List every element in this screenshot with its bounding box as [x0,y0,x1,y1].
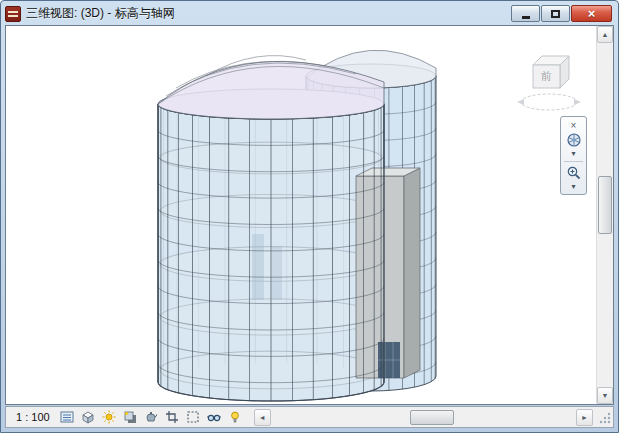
navbar-divider [564,161,583,162]
reveal-hidden-elements-button[interactable] [226,408,244,426]
scroll-right-button[interactable]: ► [576,409,593,426]
reveal-hidden-elements-icon [228,410,242,424]
temporary-hide-isolate-icon [207,410,221,424]
minimize-icon [522,16,530,19]
vertical-scrollbar[interactable]: ▲ ▼ [596,26,613,404]
maximize-icon [551,10,560,18]
crop-view-icon [165,410,179,424]
visual-style-button[interactable] [79,408,97,426]
wheel-options-dropdown[interactable]: ▾ [562,149,585,158]
crop-view-button[interactable] [163,408,181,426]
drawing-area[interactable]: 前 × ▾ [5,25,614,405]
show-rendering-dialog-button[interactable] [142,408,160,426]
show-crop-region-icon [186,410,200,424]
view-document-icon[interactable] [5,6,21,22]
navigation-bar: × ▾ ▾ [560,116,587,195]
compass-west-arrow[interactable] [517,99,524,105]
show-rendering-dialog-icon [144,410,158,424]
zoom-button[interactable] [562,165,585,181]
horizontal-scrollbar[interactable]: ◄ ► [254,409,593,426]
detail-level-button[interactable] [58,408,76,426]
shadows-icon [123,410,137,424]
compass-east-arrow[interactable] [574,99,581,105]
zoom-options-dropdown[interactable]: ▾ [562,182,585,191]
up-arrow-icon: ▲ [602,31,609,38]
sun-path-icon [102,410,116,424]
horizontal-scrollbar-thumb[interactable] [410,410,454,425]
close-button[interactable]: × [571,5,612,22]
navigation-bar-close-button[interactable]: × [562,119,585,131]
down-arrow-icon: ▼ [602,392,609,399]
scroll-left-button[interactable]: ◄ [254,409,271,426]
visual-style-icon [81,410,95,424]
detail-level-icon [60,410,74,424]
close-icon: × [588,7,596,20]
shadows-button[interactable] [121,408,139,426]
title-bar[interactable]: 三维视图: (3D) - 标高与轴网 × [5,4,614,23]
left-arrow-icon: ◄ [259,414,266,421]
maximize-button[interactable] [541,5,570,22]
temporary-hide-isolate-button[interactable] [205,408,223,426]
view-cube[interactable]: 前 [517,48,581,114]
scale-button[interactable]: 1 : 100 [14,410,56,424]
full-navigation-wheel-button[interactable] [562,132,585,148]
view-control-tools [58,408,244,426]
vertical-scrollbar-thumb[interactable] [598,176,612,234]
scroll-down-button[interactable]: ▼ [597,387,613,404]
resize-grip[interactable] [595,408,613,426]
zoom-magnifier-icon [566,165,582,181]
show-crop-region-button[interactable] [184,408,202,426]
sun-path-button[interactable] [100,408,118,426]
steering-wheel-icon [566,132,582,148]
window-controls: × [511,5,614,22]
right-arrow-icon: ► [581,414,588,421]
view-cube-front-label: 前 [540,70,552,82]
view-cube-compass-ring[interactable] [521,94,577,110]
minimize-button[interactable] [511,5,540,22]
revit-view-window: 三维视图: (3D) - 标高与轴网 × 前 × [0,0,619,433]
view-control-bar: 1 : 100 [5,406,614,428]
window-title: 三维视图: (3D) - 标高与轴网 [26,5,506,22]
scroll-up-button[interactable]: ▲ [597,26,613,43]
